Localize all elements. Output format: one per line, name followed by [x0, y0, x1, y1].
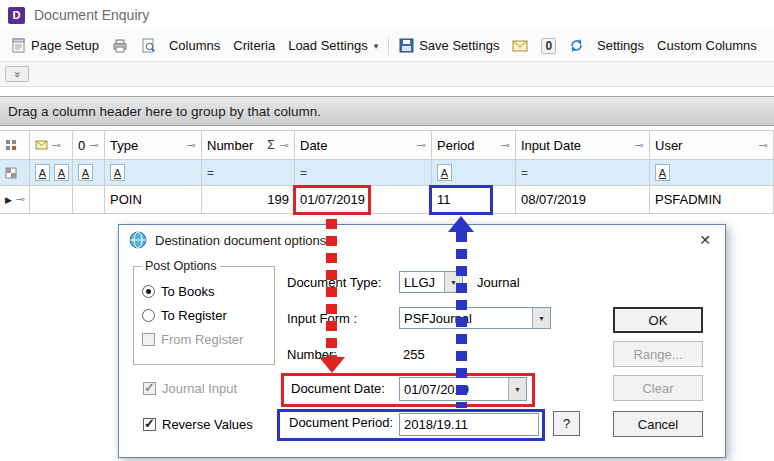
group-by-bar[interactable]: Drag a column header here to group by th… [0, 96, 774, 126]
filter-cell-user[interactable]: A [650, 160, 774, 186]
grid-corner-button[interactable] [0, 130, 30, 160]
columns-button[interactable]: Columns [164, 34, 225, 57]
page-setup-button[interactable]: Page Setup [6, 34, 104, 57]
from-register-option: From Register [142, 332, 266, 347]
input-form-combo[interactable]: PSFJournal ▼ [399, 307, 551, 329]
cell-notes[interactable] [30, 186, 73, 214]
chevron-down-icon[interactable]: ▼ [444, 272, 462, 292]
window-title: Document Enquiry [34, 7, 149, 23]
equals-filter-icon[interactable]: = [300, 166, 307, 180]
column-header-number[interactable]: Number Σ ⊸ [202, 130, 295, 160]
pin-icon[interactable]: ⊸ [52, 139, 61, 152]
filter-cell-notes: A A [30, 160, 73, 186]
reverse-values-label: Reverse Values [162, 417, 253, 432]
document-period-input[interactable] [399, 413, 539, 436]
ok-button[interactable]: OK [613, 307, 703, 333]
save-settings-button[interactable]: Save Settings [394, 34, 504, 57]
reverse-values-checkbox[interactable] [143, 418, 156, 431]
help-button[interactable]: ? [553, 411, 580, 436]
alpha-filter-button[interactable]: A [437, 164, 452, 181]
refresh-button[interactable] [564, 34, 589, 57]
cell-type[interactable]: POIN [105, 186, 202, 214]
pin-icon[interactable]: ⊸ [759, 139, 768, 152]
cell-number[interactable]: 199 [202, 186, 295, 214]
user-column-label: User [655, 138, 755, 153]
pin-icon[interactable]: ⊸ [501, 139, 510, 152]
document-date-combo[interactable]: 01/07/2019 ▼ [399, 377, 527, 401]
print-button[interactable] [107, 35, 133, 57]
attachments-button[interactable]: 0 [536, 34, 561, 58]
pin-icon[interactable]: ⊸ [635, 139, 644, 152]
input-form-value: PSFJournal [400, 308, 532, 328]
user-value: PSFADMIN [655, 192, 721, 207]
alpha-filter-button[interactable]: A [110, 164, 125, 181]
cancel-button[interactable]: Cancel [613, 411, 703, 437]
grid-header-row: ⊸ 0 ⊸ Type ⊸ Number Σ ⊸ Date ⊸ Period ⊸ … [0, 130, 774, 160]
criteria-button[interactable]: Criteria [228, 34, 280, 57]
filter-corner-cell[interactable] [0, 160, 30, 186]
cell-attachments[interactable] [73, 186, 105, 214]
filter-cell-type[interactable]: A [105, 160, 202, 186]
collapse-panel-button[interactable]: » [5, 66, 29, 82]
document-type-label: Document Type: [287, 275, 381, 290]
filter-cell-date[interactable]: = [295, 160, 432, 186]
alpha-filter-button[interactable]: A [655, 164, 670, 181]
dialog-globe-icon [129, 231, 147, 249]
reverse-values-option[interactable]: Reverse Values [143, 417, 253, 432]
chevron-down-icon[interactable]: ▼ [532, 308, 550, 328]
title-bar[interactable]: D Document Enquiry [0, 0, 774, 30]
cell-user[interactable]: PSFADMIN [650, 186, 774, 214]
to-register-radio[interactable] [142, 309, 155, 322]
equals-filter-icon[interactable]: = [207, 166, 214, 180]
cell-period[interactable]: 11 [432, 186, 516, 214]
chevron-down-icon[interactable]: ▼ [508, 378, 526, 400]
printer-icon [112, 39, 128, 53]
column-header-notes[interactable]: ⊸ [30, 130, 73, 160]
sum-icon[interactable]: Σ [267, 138, 274, 152]
number-value: 255 [403, 347, 425, 362]
to-register-option[interactable]: To Register [142, 308, 266, 323]
filter-cell-number[interactable]: = [202, 160, 295, 186]
row-selector-cell[interactable]: ▶ ⊸ [0, 186, 30, 214]
to-books-option[interactable]: To Books [142, 284, 266, 299]
equals-filter-icon[interactable]: = [521, 166, 528, 180]
pin-icon[interactable]: ⊸ [280, 139, 289, 152]
pin-icon[interactable]: ⊸ [90, 139, 99, 152]
input-form-label: Input Form : [287, 311, 357, 326]
pin-icon[interactable]: ⊸ [417, 139, 426, 152]
document-type-combo[interactable]: LLGJ ▼ [399, 271, 463, 293]
column-header-input-date[interactable]: Input Date ⊸ [516, 130, 650, 160]
cell-input-date[interactable]: 08/07/2019 [516, 186, 650, 214]
cell-date[interactable]: 01/07/2019 [295, 186, 432, 214]
alpha-filter-button[interactable]: A [54, 164, 69, 181]
dialog-close-button[interactable]: ✕ [695, 230, 715, 250]
settings-button[interactable]: Settings [592, 34, 649, 57]
note-column-icon [35, 140, 48, 150]
toolbar-separator [388, 37, 389, 55]
to-books-radio[interactable] [142, 285, 155, 298]
type-value: POIN [110, 192, 142, 207]
filter-cell-input-date[interactable]: = [516, 160, 650, 186]
column-header-type[interactable]: Type ⊸ [105, 130, 202, 160]
mail-icon [512, 40, 528, 52]
filter-cell-period[interactable]: A [432, 160, 516, 186]
alpha-filter-button[interactable]: A [78, 164, 93, 181]
column-header-date[interactable]: Date ⊸ [295, 130, 432, 160]
mail-button[interactable] [507, 36, 533, 56]
alpha-filter-button[interactable]: A [35, 164, 50, 181]
dialog-title-bar[interactable]: Destination document options [119, 225, 725, 255]
to-register-label: To Register [161, 308, 227, 323]
load-settings-button[interactable]: Load Settings ▾ [283, 34, 383, 57]
print-preview-button[interactable] [136, 34, 161, 57]
current-row-marker-icon: ▶ [5, 195, 12, 205]
custom-columns-button[interactable]: Custom Columns [652, 34, 762, 57]
column-header-period[interactable]: Period ⊸ [432, 130, 516, 160]
pin-icon[interactable]: ⊸ [187, 139, 196, 152]
page-setup-icon [11, 38, 26, 53]
criteria-label: Criteria [233, 38, 275, 53]
pin-icon[interactable]: ⊸ [16, 193, 25, 206]
number-label: Number: [287, 347, 337, 362]
column-header-user[interactable]: User ⊸ [650, 130, 774, 160]
column-header-attachments[interactable]: 0 ⊸ [73, 130, 105, 160]
destination-document-options-dialog: Destination document options ✕ Post Opti… [118, 224, 726, 458]
